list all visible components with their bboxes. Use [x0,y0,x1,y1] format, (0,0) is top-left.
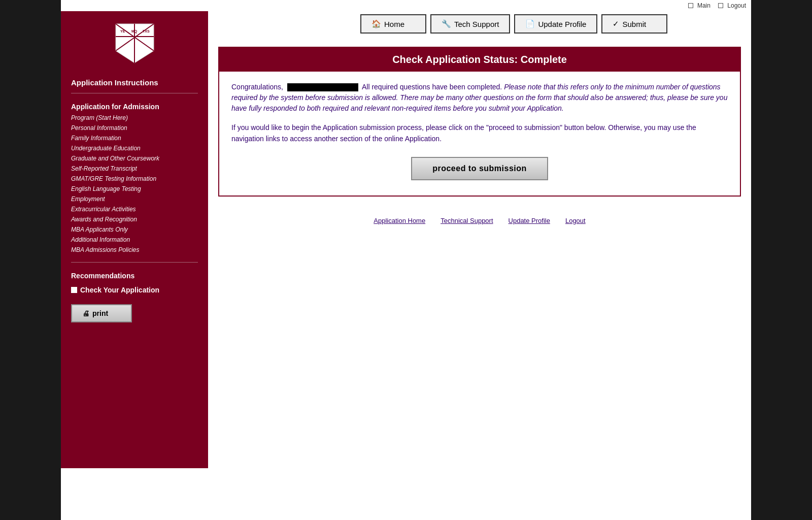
submit-label: Submit [622,20,646,28]
tech-support-button[interactable]: 🔧 Tech Support [430,14,510,34]
home-button[interactable]: 🏠 Home [360,14,426,34]
sidebar-item-gmat[interactable]: GMAT/GRE Testing Information [61,174,208,184]
status-panel-header: Check Application Status: Complete [219,48,740,72]
svg-text:MQ: MQ [131,29,138,34]
check-app-checkbox [71,287,77,293]
sidebar-item-additional[interactable]: Additional Information [61,235,208,245]
sidebar-item-undergrad[interactable]: Undergraduate Education [61,143,208,153]
footer-app-home[interactable]: Application Home [374,217,425,224]
status-panel-body: Congratulations, All required questions … [219,72,740,196]
logout-checkbox[interactable] [718,3,723,8]
nav-bar: 🏠 Home 🔧 Tech Support 📄 Update Profile ✓… [355,11,751,37]
sidebar-item-employment[interactable]: Employment [61,194,208,204]
submission-text: If you would like to begin the Applicati… [231,122,728,145]
university-logo: YE MQ TXS [113,21,156,64]
sidebar-divider-1 [71,93,198,93]
check-icon: ✓ [613,19,619,28]
top-bar: Main Logout [61,0,751,11]
svg-text:TXS: TXS [143,29,150,33]
congratulations-text: Congratulations, All required questions … [231,82,728,114]
home-label: Home [384,20,404,28]
profile-icon: 📄 [525,19,535,28]
printer-icon: 🖨 [82,309,89,317]
print-label: print [92,309,108,317]
submit-button[interactable]: ✓ Submit [601,14,667,34]
sidebar-item-graduate[interactable]: Graduate and Other Coursework [61,153,208,164]
sidebar-item-family[interactable]: Family Information [61,133,208,143]
footer-links: Application Home Technical Support Updat… [218,207,741,235]
app-instructions-title[interactable]: Application Instructions [61,72,208,90]
logout-link[interactable]: Logout [727,2,746,9]
congrats-prefix: Congratulations, [231,83,283,91]
sidebar-divider-2 [71,262,198,263]
sidebar-item-english[interactable]: English Language Testing [61,184,208,194]
proceed-button[interactable]: proceed to submission [411,157,548,180]
recommendations-title[interactable]: Recommendations [61,268,208,282]
proceed-button-wrapper: proceed to submission [231,157,728,180]
status-panel: Check Application Status: Complete Congr… [218,47,741,197]
sidebar-item-personal[interactable]: Personal Information [61,123,208,133]
update-profile-button[interactable]: 📄 Update Profile [514,14,597,34]
update-profile-label: Update Profile [538,20,586,28]
sidebar-item-mba-policies[interactable]: MBA Admissions Policies [61,245,208,255]
check-app-label: Check Your Application [80,286,159,294]
tech-support-label: Tech Support [454,20,499,28]
sidebar: YE MQ TXS Application Instructions Appli… [61,11,208,468]
main-checkbox[interactable] [688,3,693,8]
home-icon: 🏠 [371,19,381,28]
footer-update-profile[interactable]: Update Profile [509,217,550,224]
sidebar-item-program[interactable]: Program (Start Here) [61,113,208,123]
svg-text:YE: YE [120,29,125,33]
sidebar-item-awards[interactable]: Awards and Recognition [61,214,208,224]
footer-logout[interactable]: Logout [565,217,586,224]
congrats-suffix: All required questions have been complet… [362,83,502,91]
print-button[interactable]: 🖨 print [71,304,132,322]
check-application-item[interactable]: Check Your Application [61,282,208,296]
content-area: Check Application Status: Complete Congr… [208,37,751,468]
logo-area: YE MQ TXS [61,16,208,72]
footer-tech-support[interactable]: Technical Support [441,217,493,224]
sidebar-item-mba-only[interactable]: MBA Applicants Only [61,224,208,235]
sidebar-item-extracurricular[interactable]: Extracurricular Activities [61,204,208,214]
redacted-name [287,83,358,91]
wrench-icon: 🔧 [442,19,451,28]
app-for-admission-title: Application for Admission [61,99,208,113]
sidebar-item-transcript[interactable]: Self-Reported Transcript [61,164,208,174]
main-link[interactable]: Main [697,2,710,9]
